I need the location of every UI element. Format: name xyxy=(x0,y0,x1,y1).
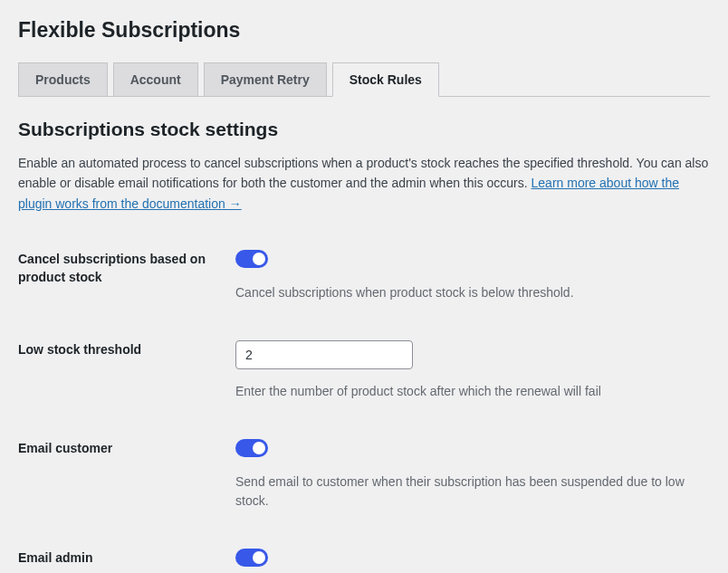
setting-cancel-on-stock: Cancel subscriptions based on product st… xyxy=(18,250,710,302)
setting-label: Cancel subscriptions based on product st… xyxy=(18,250,235,286)
setting-control: Cancel subscriptions when product stock … xyxy=(235,250,710,302)
section-description: Enable an automated process to cancel su… xyxy=(18,153,710,214)
help-text: Send email to customer when their subscr… xyxy=(235,473,710,511)
toggle-email-admin[interactable] xyxy=(235,549,268,567)
setting-email-customer: Email customer Send email to customer wh… xyxy=(18,439,710,511)
page-title: Flexible Subscriptions xyxy=(18,18,710,43)
setting-label: Low stock threshold xyxy=(18,340,235,359)
toggle-cancel-on-stock[interactable] xyxy=(235,250,268,268)
tab-stock-rules[interactable]: Stock Rules xyxy=(332,62,439,97)
setting-threshold: Low stock threshold Enter the number of … xyxy=(18,340,710,401)
settings-content: Subscriptions stock settings Enable an a… xyxy=(18,97,710,573)
threshold-input[interactable] xyxy=(235,340,413,369)
tab-payment-retry[interactable]: Payment Retry xyxy=(204,62,327,97)
setting-control: Send email to customer when their subscr… xyxy=(235,439,710,511)
tabs-nav: Products Account Payment Retry Stock Rul… xyxy=(18,62,710,97)
setting-label: Email admin xyxy=(18,549,235,568)
help-text: Cancel subscriptions when product stock … xyxy=(235,283,710,302)
toggle-email-customer[interactable] xyxy=(235,439,268,457)
setting-label: Email customer xyxy=(18,439,235,458)
setting-control: Send email to admin when a subscription … xyxy=(235,549,710,573)
section-title: Subscriptions stock settings xyxy=(18,119,710,140)
setting-email-admin: Email admin Send email to admin when a s… xyxy=(18,549,710,573)
help-text: Enter the number of product stock after … xyxy=(235,382,710,401)
tab-products[interactable]: Products xyxy=(18,62,108,97)
setting-control: Enter the number of product stock after … xyxy=(235,340,710,401)
tab-account[interactable]: Account xyxy=(113,62,198,97)
